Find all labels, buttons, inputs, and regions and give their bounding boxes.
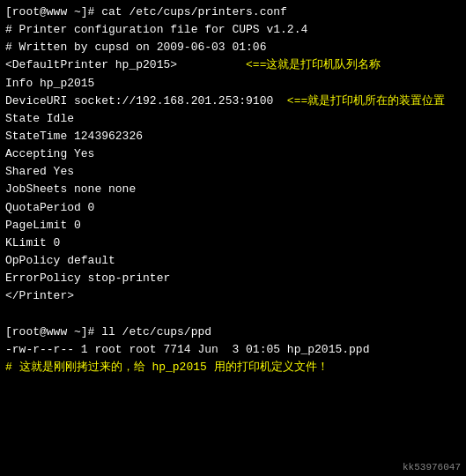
terminal-line-line7: State Idle <box>5 110 461 128</box>
terminal-line-prompt2: [root@www ~]# ll /etc/cups/ppd <box>5 324 461 341</box>
terminal-line-line2: # Printer configuration file for CUPS v1… <box>5 21 461 39</box>
terminal-line-line11: JobSheets none none <box>5 181 461 198</box>
terminal-line-line9: Accepting Yes <box>5 145 461 163</box>
terminal-content: [root@www ~]# cat /etc/cups/printers.con… <box>5 4 461 376</box>
terminal-line-line6: DeviceURI socket://192.168.201.253:9100 … <box>5 93 461 110</box>
terminal-line-line14: KLimit 0 <box>5 234 461 252</box>
terminal-line-line12: QuotaPeriod 0 <box>5 199 461 217</box>
terminal-line-line16: ErrorPolicy stop-printer <box>5 270 461 287</box>
terminal-line-empty1 <box>5 305 461 323</box>
terminal-line-line19: # 这就是刚刚拷过来的，给 hp_p2015 用的打印机定义文件！ <box>5 359 461 376</box>
watermark: kk53976047 <box>403 462 461 472</box>
terminal-line-line15: OpPolicy default <box>5 252 461 270</box>
terminal-line-line13: PageLimit 0 <box>5 217 461 234</box>
terminal-line-prompt1: [root@www ~]# cat /etc/cups/printers.con… <box>5 4 461 21</box>
terminal-line-line8: StateTime 1243962326 <box>5 128 461 145</box>
terminal-line-line10: Shared Yes <box>5 163 461 181</box>
terminal-line-line17: </Printer> <box>5 287 461 305</box>
terminal-line-line4: <DefaultPrinter hp_p2015> <==这就是打印机队列名称 <box>5 56 461 74</box>
terminal-line-line18: -rw-r--r-- 1 root root 7714 Jun 3 01:05 … <box>5 341 461 359</box>
terminal-window: [root@www ~]# cat /etc/cups/printers.con… <box>0 0 466 476</box>
terminal-line-line5: Info hp_p2015 <box>5 75 461 93</box>
terminal-line-line3: # Written by cupsd on 2009-06-03 01:06 <box>5 39 461 56</box>
